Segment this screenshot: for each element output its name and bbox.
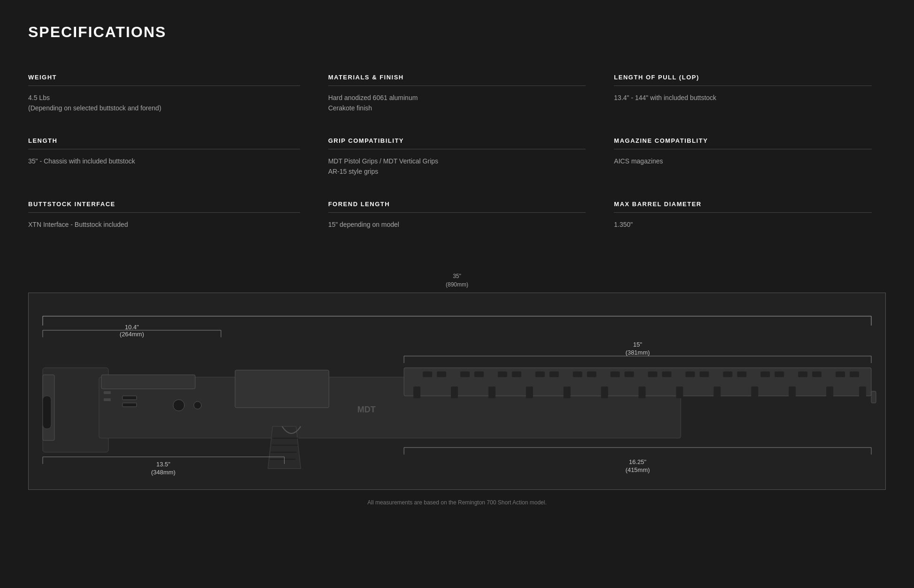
svg-rect-61 (871, 391, 876, 403)
diagram-footnote: All measurements are based on the Reming… (28, 499, 886, 506)
svg-rect-25 (437, 371, 446, 377)
svg-text:(415mm): (415mm) (626, 466, 650, 473)
svg-rect-59 (826, 387, 833, 398)
svg-text:(264mm): (264mm) (120, 331, 144, 338)
svg-rect-55 (676, 387, 683, 398)
svg-rect-41 (737, 371, 746, 377)
diagram-container: 10.4" (264mm) 15" (381mm) (28, 293, 886, 490)
spec-label-materials: MATERIALS & FINISH (328, 74, 586, 81)
spec-divider-grip (328, 149, 586, 149)
spec-cell-weight: WEIGHT4.5 Lbs(Depending on selected butt… (28, 64, 314, 128)
spec-label-lop: LENGTH OF PULL (LOP) (614, 74, 872, 81)
svg-rect-38 (685, 371, 695, 377)
svg-rect-32 (573, 371, 582, 377)
diagram-section: 35" (890mm) 10.4" (264mm) (28, 272, 886, 506)
spec-cell-forend: FOREND LENGTH15" depending on model (314, 191, 600, 244)
spec-value-magazine: AICS magazines (614, 156, 872, 166)
svg-point-73 (173, 400, 185, 411)
svg-rect-58 (789, 387, 796, 398)
spec-value-weight: 4.5 Lbs(Depending on selected buttstock … (28, 93, 300, 114)
spec-divider-forend (328, 212, 586, 213)
svg-rect-42 (760, 371, 770, 377)
spec-value-materials: Hard anodized 6061 aluminumCerakote fini… (328, 93, 586, 114)
spec-value-grip: MDT Pistol Grips / MDT Vertical GripsAR-… (328, 156, 586, 177)
svg-rect-47 (850, 371, 859, 377)
svg-rect-57 (751, 387, 758, 398)
svg-rect-49 (451, 387, 458, 398)
svg-rect-75 (123, 396, 137, 400)
svg-rect-40 (723, 371, 732, 377)
svg-text:(348mm): (348mm) (151, 469, 176, 476)
page-title: SPECIFICATIONS (28, 23, 886, 41)
svg-rect-45 (812, 371, 821, 377)
rifle-bg: 10.4" (264mm) 15" (381mm) (29, 293, 885, 489)
spec-value-forend: 15" depending on model (328, 219, 586, 230)
svg-rect-16 (43, 396, 51, 429)
spec-cell-buttstock: BUTTSTOCK INTERFACEXTN Interface - Butts… (28, 191, 314, 244)
svg-rect-39 (699, 371, 709, 377)
spec-divider-buttstock (28, 212, 300, 213)
svg-rect-30 (535, 371, 545, 377)
spec-label-barrel: MAX BARREL DIAMETER (614, 201, 872, 208)
svg-rect-26 (460, 371, 470, 377)
svg-rect-48 (413, 387, 420, 398)
svg-text:16.25": 16.25" (629, 458, 646, 465)
spec-label-length: LENGTH (28, 137, 300, 144)
svg-rect-46 (836, 371, 845, 377)
svg-rect-37 (662, 371, 672, 377)
spec-label-magazine: MAGAZINE COMPATIBLITY (614, 137, 872, 144)
svg-point-74 (194, 402, 201, 409)
svg-rect-56 (713, 387, 720, 398)
spec-value-length: 35" - Chassis with included buttstock (28, 156, 300, 166)
diagram-total-label: 35" (890mm) (28, 272, 886, 289)
svg-rect-79 (101, 375, 195, 389)
svg-rect-53 (601, 387, 608, 398)
svg-rect-29 (512, 371, 521, 377)
spec-cell-magazine: MAGAZINE COMPATIBLITYAICS magazines (600, 128, 886, 191)
svg-rect-51 (526, 387, 533, 398)
spec-divider-magazine (614, 149, 872, 149)
svg-text:15": 15" (633, 341, 642, 348)
svg-rect-28 (498, 371, 507, 377)
svg-rect-24 (423, 371, 432, 377)
svg-rect-43 (775, 371, 784, 377)
svg-rect-60 (859, 387, 866, 398)
spec-divider-barrel (614, 212, 872, 213)
svg-rect-31 (550, 371, 559, 377)
spec-cell-length: LENGTH35" - Chassis with included buttst… (28, 128, 314, 191)
svg-rect-34 (611, 371, 620, 377)
spec-divider-lop (614, 85, 872, 86)
svg-rect-35 (625, 371, 634, 377)
svg-text:10.4": 10.4" (125, 324, 139, 331)
spec-value-buttstock: XTN Interface - Buttstock included (28, 219, 300, 230)
svg-rect-50 (488, 387, 496, 398)
svg-rect-27 (474, 371, 484, 377)
svg-rect-44 (798, 371, 807, 377)
spec-label-buttstock: BUTTSTOCK INTERFACE (28, 201, 300, 208)
spec-divider-length (28, 149, 300, 149)
svg-text:(381mm): (381mm) (626, 349, 650, 356)
spec-cell-lop: LENGTH OF PULL (LOP)13.4" - 144" with in… (600, 64, 886, 128)
svg-rect-54 (639, 387, 646, 398)
spec-divider-weight (28, 85, 300, 86)
svg-rect-33 (587, 371, 596, 377)
svg-rect-78 (104, 398, 111, 401)
svg-rect-36 (648, 371, 658, 377)
svg-rect-18 (235, 370, 329, 408)
spec-divider-materials (328, 85, 586, 86)
spec-label-weight: WEIGHT (28, 74, 300, 81)
spec-value-barrel: 1.350" (614, 219, 872, 230)
spec-label-grip: GRIP COMPATIBILITY (328, 137, 586, 144)
svg-rect-52 (564, 387, 571, 398)
svg-text:13.5": 13.5" (156, 461, 170, 468)
spec-label-forend: FOREND LENGTH (328, 201, 586, 208)
specs-grid: WEIGHT4.5 Lbs(Depending on selected butt… (28, 64, 886, 244)
svg-rect-77 (104, 391, 111, 394)
spec-cell-materials: MATERIALS & FINISHHard anodized 6061 alu… (314, 64, 600, 128)
spec-cell-grip: GRIP COMPATIBILITYMDT Pistol Grips / MDT… (314, 128, 600, 191)
spec-value-lop: 13.4" - 144" with included buttstock (614, 93, 872, 103)
svg-rect-76 (123, 403, 137, 407)
spec-cell-barrel: MAX BARREL DIAMETER1.350" (600, 191, 886, 244)
svg-text:MDT: MDT (357, 405, 376, 414)
